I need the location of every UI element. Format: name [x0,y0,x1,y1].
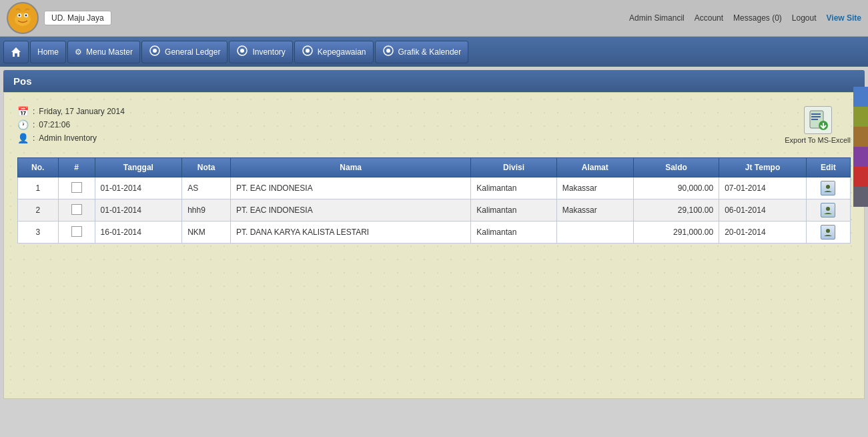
home-nav[interactable]: Home [30,41,66,63]
edit-button[interactable] [821,225,835,240]
date-row: 📅 : Friday, 17 January 2014 [17,106,125,117]
cell-edit[interactable] [806,199,850,222]
svg-rect-16 [811,116,821,117]
cell-nota: NKM [182,222,231,244]
account-link[interactable]: Account [695,13,723,23]
cell-no: 3 [18,222,59,244]
inventory-nav[interactable]: Inventory [229,41,292,63]
cell-jt-tempo: 07-01-2014 [719,177,807,199]
export-label: Export To MS-Excell [785,136,851,144]
cell-no: 2 [18,199,59,222]
info-left: 📅 : Friday, 17 January 2014 🕐 : 07:21:06… [17,106,125,143]
kepegawaian-nav[interactable]: Kepegawaian [294,41,374,63]
top-bar: UD. Maju Jaya Admin Simancil Account Mes… [0,0,868,37]
menu-master-nav[interactable]: ⚙ Menu Master [67,41,140,63]
time-value: 07:21:06 [39,120,70,129]
calendar-icon: 📅 [17,106,29,117]
cell-saldo: 90,000.00 [633,177,719,199]
home-button[interactable] [3,41,29,63]
color-block-4[interactable] [853,167,868,187]
cell-divisi: Kalimantan [471,177,556,199]
general-ledger-nav[interactable]: General Ledger [141,41,228,63]
grafik-kalender-nav[interactable]: Grafik & Kalender [375,41,469,63]
view-site-link[interactable]: View Site [827,13,861,23]
page-title: Pos [13,75,32,87]
cell-jt-tempo: 20-01-2014 [719,222,807,244]
cell-edit[interactable] [806,222,850,244]
table-header-row: No. # Tanggal Nota Nama Divisi Alamat Sa… [18,158,851,177]
color-block-5[interactable] [853,187,868,207]
export-icon [804,106,832,134]
user-separator: : [33,133,35,143]
general-ledger-label: General Ledger [165,47,220,57]
admin-name: Admin Simancil [629,13,685,23]
edit-button[interactable] [821,181,835,195]
cell-saldo: 29,100.00 [633,199,719,222]
cell-checkbox[interactable] [58,199,95,222]
cell-alamat: Makassar [556,199,633,222]
col-alamat: Alamat [556,158,633,177]
svg-point-13 [386,49,390,53]
main-content: 📅 : Friday, 17 January 2014 🕐 : 07:21:06… [3,92,865,399]
logo [7,2,39,34]
logout-link[interactable]: Logout [792,13,817,23]
time-row: 🕐 : 07:21:06 [17,119,125,130]
cell-checkbox[interactable] [58,177,95,199]
date-separator: : [33,107,35,116]
cell-tanggal: 01-01-2014 [95,199,182,222]
gear-icon: ⚙ [75,47,82,57]
svg-point-7 [153,49,157,53]
kep-icon [302,45,314,59]
data-table: No. # Tanggal Nota Nama Divisi Alamat Sa… [17,157,851,244]
export-button[interactable]: Export To MS-Excell [785,106,851,144]
site-name: UD. Maju Jaya [44,11,111,25]
table-row: 1 01-01-2014 AS PT. EAC INDONESIA Kalima… [18,177,851,199]
cell-nama: PT. DANA KARYA KALISTA LESTARI [231,222,471,244]
svg-point-5 [25,15,27,17]
color-block-3[interactable] [853,147,868,167]
color-block-1[interactable] [853,107,868,127]
col-edit: Edit [806,158,850,177]
svg-point-1 [15,13,31,26]
clock-icon: 🕐 [17,119,29,130]
svg-rect-17 [811,119,818,120]
cell-divisi: Kalimantan [471,222,556,244]
menu-master-label: Menu Master [86,47,133,57]
col-no: No. [18,158,59,177]
cell-checkbox[interactable] [58,222,95,244]
inv-icon [236,45,248,59]
svg-point-11 [306,49,310,53]
messages-link[interactable]: Messages (0) [733,13,782,23]
cell-nota: hhh9 [182,199,231,222]
top-links: Admin Simancil Account Messages (0) Logo… [629,13,861,23]
color-block-2[interactable] [853,127,868,147]
time-separator: : [33,120,35,129]
color-block-0[interactable] [853,87,868,107]
col-nama: Nama [231,158,471,177]
cell-alamat: Makassar [556,177,633,199]
info-section: 📅 : Friday, 17 January 2014 🕐 : 07:21:06… [17,106,851,144]
cell-alamat [556,222,633,244]
cell-divisi: Kalimantan [471,199,556,222]
cell-jt-tempo: 06-01-2014 [719,199,807,222]
col-hash: # [58,158,95,177]
gl-icon [149,45,161,59]
cell-edit[interactable] [806,177,850,199]
home-label: Home [37,47,59,57]
user-value: Admin Inventory [39,133,97,143]
cell-no: 1 [18,177,59,199]
table-row: 3 16-01-2014 NKM PT. DANA KARYA KALISTA … [18,222,851,244]
page-header: Pos [3,70,865,92]
col-jt-tempo: Jt Tempo [719,158,807,177]
kepegawaian-label: Kepegawaian [318,47,366,57]
svg-point-21 [826,229,830,233]
nav-bar: Home ⚙ Menu Master General Ledger Invent… [0,37,868,67]
svg-rect-15 [811,113,821,115]
svg-point-20 [826,207,830,211]
cell-tanggal: 01-01-2014 [95,177,182,199]
inventory-label: Inventory [252,47,285,57]
cell-nama: PT. EAC INDONESIA [231,177,471,199]
edit-button[interactable] [821,203,835,217]
svg-point-19 [826,185,830,189]
user-row: 👤 : Admin Inventory [17,133,125,143]
